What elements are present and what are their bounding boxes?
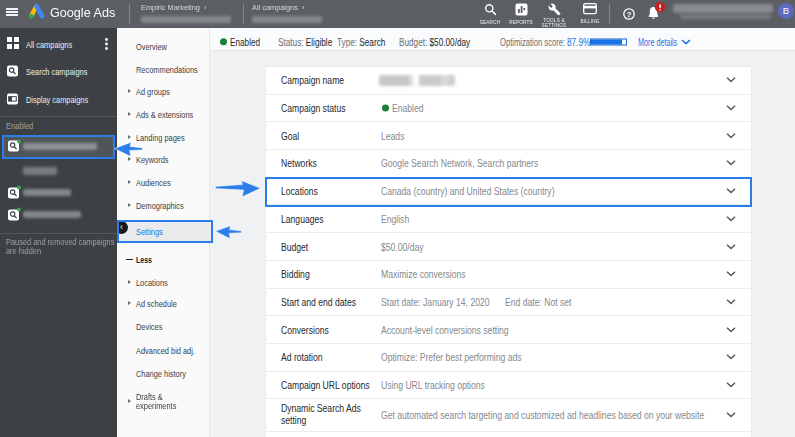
svg-text:?: ?	[626, 9, 631, 18]
